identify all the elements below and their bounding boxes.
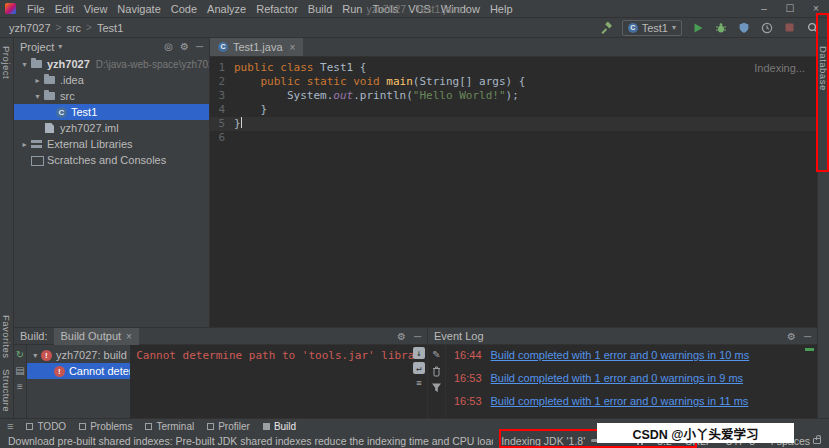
- project-tree-item[interactable]: ▸.idea: [14, 72, 209, 88]
- project-tree-item[interactable]: ▾src: [14, 88, 209, 104]
- toolwindow-stripe-database[interactable]: Database: [818, 46, 829, 91]
- breadcrumb-item[interactable]: yzh7027: [9, 22, 51, 34]
- breadcrumb-item[interactable]: src: [66, 22, 81, 34]
- locate-file-icon[interactable]: ◎: [164, 41, 173, 52]
- menu-item-edit[interactable]: Edit: [50, 3, 79, 15]
- minimize-button[interactable]: –: [751, 0, 777, 18]
- menu-item-code[interactable]: Code: [166, 3, 202, 15]
- event-link[interactable]: Build completed with 1 error and 0 warni…: [491, 372, 744, 384]
- code-line[interactable]: 1public class Test1 {: [210, 61, 817, 75]
- stop-button[interactable]: [782, 20, 797, 35]
- tree-item-label: yzh7027: [47, 58, 90, 70]
- menu-item-refactor[interactable]: Refactor: [251, 3, 303, 15]
- project-tree-item[interactable]: ▾yzh7027D:\java-web-space\yzh7027: [14, 56, 209, 72]
- close-button[interactable]: ×: [803, 0, 829, 18]
- tree-toggle-icon[interactable]: ▸: [32, 76, 43, 85]
- tree-toggle-icon[interactable]: ▸: [19, 140, 30, 149]
- build-hammer-icon[interactable]: [599, 20, 614, 35]
- toolwindow-button-todo[interactable]: TODO: [26, 421, 66, 432]
- breadcrumb-item[interactable]: Test1: [97, 22, 123, 34]
- event-log-panel: Event Log ⚙ ─ ✎ 16:44Build completed wit…: [428, 327, 817, 418]
- profiler-button[interactable]: [759, 20, 774, 35]
- soft-wrap-icon[interactable]: ↵: [413, 362, 425, 374]
- expand-all-icon[interactable]: ▤: [15, 365, 24, 376]
- menu-item-build[interactable]: Build: [303, 3, 337, 15]
- menu-item-file[interactable]: File: [22, 3, 50, 15]
- code-line[interactable]: 5}: [210, 117, 817, 131]
- toolwindow-button-profiler[interactable]: Profiler: [207, 421, 250, 432]
- menu-item-view[interactable]: View: [79, 3, 113, 15]
- search-everywhere-icon[interactable]: [805, 20, 820, 35]
- event-log-entry: 16:53Build completed with 1 error and 0 …: [454, 395, 809, 407]
- build-output-tab[interactable]: Build Output ×: [54, 328, 139, 345]
- run-with-coverage-button[interactable]: [736, 20, 751, 35]
- event-link[interactable]: Build completed with 1 error and 0 warni…: [491, 349, 750, 361]
- scroll-to-end-icon[interactable]: ↓: [413, 347, 425, 359]
- build-panel-title: Build:: [20, 330, 48, 342]
- hide-panel-icon[interactable]: ─: [414, 331, 421, 342]
- code-text: public static void main(String[] args) {: [234, 75, 525, 89]
- toolwindow-button-problems[interactable]: Problems: [79, 421, 132, 432]
- code-line[interactable]: 4 }: [210, 103, 817, 117]
- menu-item-help[interactable]: Help: [485, 3, 518, 15]
- project-panel-title[interactable]: Project: [20, 41, 54, 53]
- filter-icon[interactable]: ≡: [17, 381, 23, 392]
- settings-gear-icon[interactable]: ⚙: [397, 331, 406, 342]
- toolwindow-stripe-favorites[interactable]: Favorites: [1, 315, 12, 359]
- debug-button[interactable]: [713, 20, 728, 35]
- event-link[interactable]: Build completed with 1 error and 0 warni…: [491, 395, 749, 407]
- status-message[interactable]: Download pre-built shared indexes: Pre-b…: [8, 435, 493, 447]
- scrollbar-marker: [805, 348, 814, 351]
- menu-item-navigate[interactable]: Navigate: [112, 3, 165, 15]
- event-time: 16:53: [454, 395, 482, 407]
- editor-tab-label: Test1.java: [233, 41, 283, 53]
- project-tree-item[interactable]: ▸External Libraries: [14, 136, 209, 152]
- tree-toggle-icon[interactable]: ▾: [32, 92, 43, 101]
- menu-item-run[interactable]: Run: [337, 3, 367, 15]
- build-console[interactable]: Cannot determine path to 'tools.jar' lib…: [130, 345, 427, 418]
- toolwindow-stripe-project[interactable]: Project: [1, 46, 12, 79]
- toolwindow-button-terminal[interactable]: Terminal: [145, 421, 194, 432]
- problems-icon: [79, 423, 86, 430]
- editor-tab-test1[interactable]: C Test1.java ×: [210, 38, 303, 56]
- code-editor[interactable]: Indexing... 1public class Test1 {2 publi…: [210, 57, 817, 145]
- project-tree-item[interactable]: Scratches and Consoles: [14, 152, 209, 168]
- clear-console-icon[interactable]: ≡: [413, 377, 425, 389]
- run-config-class-icon: C: [628, 23, 638, 33]
- filter-funnel-icon[interactable]: [431, 382, 442, 393]
- hide-panel-icon[interactable]: ─: [804, 331, 811, 342]
- intellij-logo-icon: [5, 3, 16, 14]
- toolwindow-stripe-structure[interactable]: Structure: [1, 369, 12, 412]
- project-tree-item[interactable]: yzh7027.iml: [14, 120, 209, 136]
- build-tree-label: Cannot determine path to: [69, 365, 130, 377]
- close-tab-icon[interactable]: ×: [290, 42, 296, 53]
- code-line[interactable]: 6: [210, 131, 817, 145]
- code-line[interactable]: 2 public static void main(String[] args)…: [210, 75, 817, 89]
- project-tree-item[interactable]: CTest1: [14, 104, 209, 120]
- toolwindow-button-build[interactable]: Build: [263, 421, 296, 432]
- build-messages-tree: ▾!yzh7027: build failed11 ms!Cannot dete…: [27, 345, 130, 418]
- rerun-build-icon[interactable]: ↻: [16, 349, 24, 360]
- run-button[interactable]: [690, 20, 705, 35]
- folder-icon: [43, 74, 56, 86]
- readonly-lock-icon[interactable]: [813, 438, 821, 444]
- menu-item-analyze[interactable]: Analyze: [202, 3, 251, 15]
- edit-notifications-icon[interactable]: ✎: [432, 349, 440, 360]
- tree-toggle-icon[interactable]: ▾: [19, 60, 30, 69]
- settings-gear-icon[interactable]: ⚙: [787, 331, 796, 342]
- maximize-button[interactable]: ☐: [777, 0, 803, 18]
- build-tree-item[interactable]: ▾!yzh7027: build failed11 ms: [27, 347, 130, 363]
- intellij-idea-window: FileEditViewNavigateCodeAnalyzeRefactorB…: [0, 0, 829, 448]
- toolwindow-quick-access-icon[interactable]: ≡: [7, 420, 13, 432]
- close-tab-icon[interactable]: ×: [126, 331, 132, 342]
- event-log-header: Event Log ⚙ ─: [428, 328, 817, 345]
- hide-panel-icon[interactable]: ─: [196, 41, 203, 52]
- code-line[interactable]: 3 System.out.println("Hello World!");: [210, 89, 817, 103]
- build-tree-item[interactable]: !Cannot determine path to: [27, 363, 130, 379]
- run-configuration-selector[interactable]: C Test1 ▾: [622, 20, 682, 36]
- toolwindow-buttons: TODOProblemsTerminalProfilerBuild: [26, 421, 296, 432]
- clear-log-trash-icon[interactable]: [431, 365, 442, 377]
- text-caret: [241, 117, 242, 128]
- tree-toggle-icon[interactable]: ▾: [30, 351, 41, 360]
- settings-gear-icon[interactable]: ⚙: [180, 41, 189, 52]
